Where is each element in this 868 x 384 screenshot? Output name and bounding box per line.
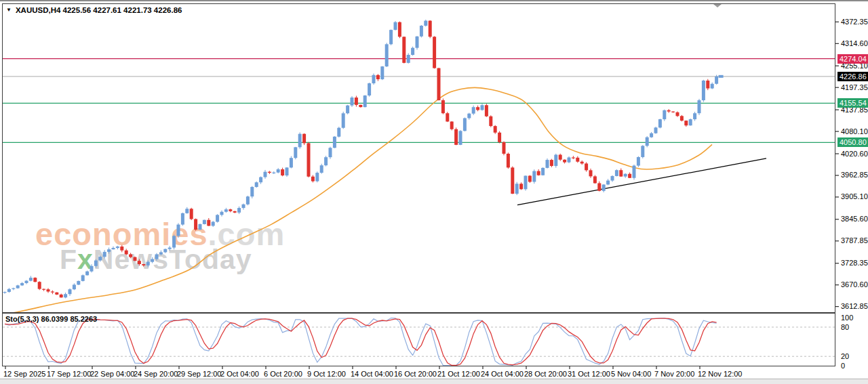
time-tick-label: 2 Oct 04:00 <box>220 370 259 378</box>
price-tick-label: 4080.10 <box>841 127 868 136</box>
price-tick-label: 4314.60 <box>841 39 868 48</box>
time-tick-label: 17 Sep 12:00 <box>47 370 91 378</box>
stochastic-tick-label: 0 <box>841 362 845 370</box>
price-tick-label: 3670.60 <box>841 280 868 289</box>
price-tick-label: 4020.60 <box>841 150 868 158</box>
stochastic-tick-label: 100 <box>841 314 853 322</box>
price-level-badge-support: 4050.80 <box>837 137 868 147</box>
time-tick-label: 31 Oct 12:00 <box>568 370 610 378</box>
time-tick-label: 6 Oct 20:00 <box>264 370 302 378</box>
time-tick-label: 24 Sep 20:00 <box>134 370 178 378</box>
time-tick-label: 14 Oct 04:00 <box>351 370 393 378</box>
price-tick-label: 3845.60 <box>841 215 868 223</box>
time-tick-label: 29 Sep 12:00 <box>177 370 221 378</box>
stochastic-tick-label: 20 <box>841 352 849 360</box>
time-tick-label: 5 Nov 04:00 <box>611 370 651 378</box>
price-tick-label: 3962.85 <box>841 171 868 179</box>
time-tick-label: 7 Nov 20:00 <box>654 370 694 378</box>
time-tick-label: 12 Sep 2025 <box>3 370 45 378</box>
symbol-ohlc-text: XAUUSD,H4 4225.56 4227.61 4221.73 4226.8… <box>16 6 182 14</box>
price-tick-label: 3787.85 <box>841 236 868 245</box>
time-tick-label: 12 Nov 12:00 <box>698 370 742 378</box>
stochastic-tick-label: 80 <box>841 323 849 331</box>
price-tick-label: 4197.35 <box>841 83 868 92</box>
price-chart-canvas[interactable] <box>0 0 868 384</box>
time-tick-label: 9 Oct 12:00 <box>307 370 346 378</box>
price-level-badge-resistance: 4274.04 <box>837 54 868 64</box>
trading-chart-window: economies.com FxNewsToday ▼XAUUSD,H4 422… <box>0 0 868 384</box>
time-tick-label: 24 Oct 04:00 <box>481 370 524 378</box>
price-tick-label: 4372.35 <box>841 18 868 26</box>
price-level-badge-support: 4155.54 <box>837 98 868 108</box>
time-tick-label: 16 Oct 20:00 <box>394 370 437 378</box>
price-tick-label: 3612.85 <box>841 302 868 311</box>
chevron-down-icon[interactable]: ▼ <box>6 7 12 13</box>
price-tick-label: 3905.10 <box>841 192 868 201</box>
time-tick-label: 28 Oct 20:00 <box>524 370 567 378</box>
stochastic-indicator-label: Sto(5,3,3) 86.0399 85.2263 <box>5 315 97 323</box>
price-tick-label: 3728.35 <box>841 259 868 268</box>
time-tick-label: 22 Sep 04:00 <box>90 370 134 378</box>
price-level-badge-current-price: 4226.86 <box>837 72 868 81</box>
time-tick-label: 21 Oct 12:00 <box>437 370 480 378</box>
symbol-ohlc-title: ▼XAUUSD,H4 4225.56 4227.61 4221.73 4226.… <box>6 6 182 14</box>
